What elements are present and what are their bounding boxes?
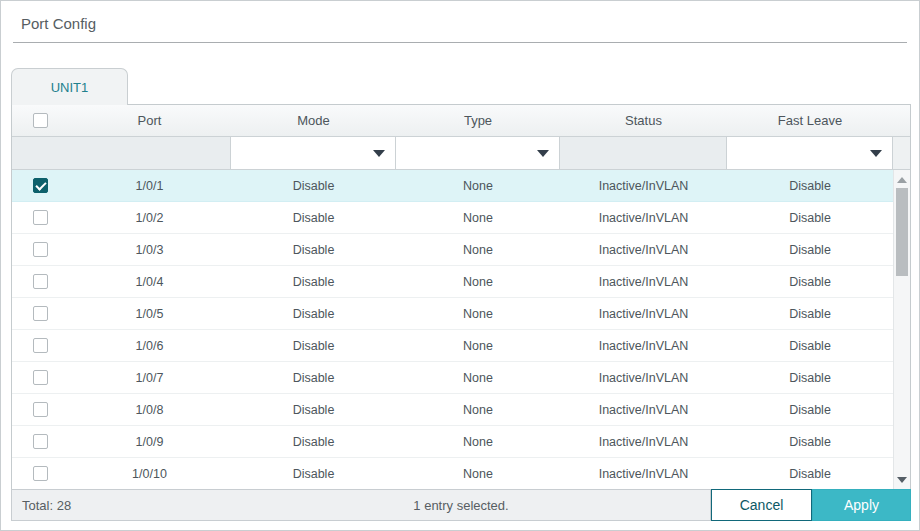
- cell-mode: Disable: [231, 435, 396, 449]
- cell-type: None: [396, 179, 560, 193]
- table-row[interactable]: 1/0/7 Disable None Inactive/InVLAN Disab…: [12, 362, 910, 394]
- table-filter-row: [12, 137, 910, 170]
- status-filter-disabled-input: [560, 137, 727, 169]
- row-checkbox-cell: [12, 338, 68, 353]
- table-footer: Total: 28 1 entry selected. Cancel Apply: [11, 489, 911, 521]
- page-title: Port Config: [21, 15, 96, 32]
- cell-port: 1/0/10: [68, 467, 231, 481]
- scrollbar-thumb[interactable]: [896, 188, 908, 276]
- cell-port: 1/0/5: [68, 307, 231, 321]
- cell-type: None: [396, 275, 560, 289]
- cell-mode: Disable: [231, 179, 396, 193]
- row-checkbox-cell: [12, 242, 68, 257]
- row-checkbox[interactable]: [33, 274, 48, 289]
- cell-port: 1/0/9: [68, 435, 231, 449]
- cell-fast-leave: Disable: [727, 339, 893, 353]
- vertical-scrollbar[interactable]: [893, 170, 910, 490]
- cell-status: Inactive/InVLAN: [560, 403, 727, 417]
- cell-type: None: [396, 371, 560, 385]
- cell-fast-leave: Disable: [727, 435, 893, 449]
- row-checkbox[interactable]: [33, 370, 48, 385]
- cell-type: None: [396, 243, 560, 257]
- cancel-button[interactable]: Cancel: [711, 489, 812, 521]
- chevron-down-icon: [373, 150, 385, 157]
- cell-status: Inactive/InVLAN: [560, 243, 727, 257]
- row-checkbox[interactable]: [33, 338, 48, 353]
- cell-status: Inactive/InVLAN: [560, 307, 727, 321]
- row-checkbox[interactable]: [33, 210, 48, 225]
- cell-type: None: [396, 435, 560, 449]
- row-checkbox-cell: [12, 434, 68, 449]
- column-header-status: Status: [560, 113, 727, 128]
- table-row[interactable]: 1/0/3 Disable None Inactive/InVLAN Disab…: [12, 234, 910, 266]
- select-all-checkbox[interactable]: [33, 113, 48, 128]
- row-checkbox-cell: [12, 402, 68, 417]
- cell-mode: Disable: [231, 339, 396, 353]
- column-header-mode: Mode: [231, 113, 396, 128]
- cell-mode: Disable: [231, 307, 396, 321]
- port-filter-disabled-input: [12, 137, 231, 169]
- header-checkbox-cell: [12, 113, 68, 128]
- cell-fast-leave: Disable: [727, 211, 893, 225]
- port-table: Port Mode Type Status Fast Leave: [11, 104, 911, 491]
- cell-type: None: [396, 467, 560, 481]
- column-header-port: Port: [68, 113, 231, 128]
- cell-port: 1/0/6: [68, 339, 231, 353]
- row-checkbox-cell: [12, 306, 68, 321]
- table-header-row: Port Mode Type Status Fast Leave: [12, 105, 910, 137]
- row-checkbox-cell: [12, 210, 68, 225]
- chevron-down-icon: [870, 150, 882, 157]
- cell-mode: Disable: [231, 467, 396, 481]
- apply-button[interactable]: Apply: [812, 489, 911, 521]
- table-row[interactable]: 1/0/4 Disable None Inactive/InVLAN Disab…: [12, 266, 910, 298]
- row-checkbox-cell: [12, 178, 68, 193]
- fast-leave-filter-dropdown[interactable]: [727, 137, 893, 169]
- cell-port: 1/0/1: [68, 179, 231, 193]
- table-row[interactable]: 1/0/5 Disable None Inactive/InVLAN Disab…: [12, 298, 910, 330]
- cell-type: None: [396, 211, 560, 225]
- table-row[interactable]: 1/0/9 Disable None Inactive/InVLAN Disab…: [12, 426, 910, 458]
- total-count-label: Total: 28: [12, 498, 71, 513]
- cell-fast-leave: Disable: [727, 403, 893, 417]
- table-row[interactable]: 1/0/6 Disable None Inactive/InVLAN Disab…: [12, 330, 910, 362]
- tab-unit1[interactable]: UNIT1: [11, 68, 128, 105]
- table-row[interactable]: 1/0/2 Disable None Inactive/InVLAN Disab…: [12, 202, 910, 234]
- table-body: 1/0/1 Disable None Inactive/InVLAN Disab…: [12, 170, 910, 490]
- cell-status: Inactive/InVLAN: [560, 435, 727, 449]
- row-checkbox[interactable]: [33, 178, 48, 193]
- cell-mode: Disable: [231, 371, 396, 385]
- row-checkbox[interactable]: [33, 306, 48, 321]
- cell-status: Inactive/InVLAN: [560, 211, 727, 225]
- cell-mode: Disable: [231, 403, 396, 417]
- type-filter-dropdown[interactable]: [396, 137, 560, 169]
- column-header-type: Type: [396, 113, 560, 128]
- scroll-up-icon[interactable]: [897, 177, 907, 183]
- row-checkbox-cell: [12, 466, 68, 481]
- cell-fast-leave: Disable: [727, 467, 893, 481]
- table-row[interactable]: 1/0/10 Disable None Inactive/InVLAN Disa…: [12, 458, 910, 490]
- cell-status: Inactive/InVLAN: [560, 179, 727, 193]
- tab-unit1-label: UNIT1: [51, 80, 89, 95]
- row-checkbox-cell: [12, 274, 68, 289]
- footer-info-bar: Total: 28: [11, 489, 711, 521]
- cell-fast-leave: Disable: [727, 179, 893, 193]
- mode-filter-dropdown[interactable]: [231, 137, 396, 169]
- row-checkbox[interactable]: [33, 242, 48, 257]
- cell-mode: Disable: [231, 275, 396, 289]
- table-row[interactable]: 1/0/1 Disable None Inactive/InVLAN Disab…: [12, 170, 910, 202]
- row-checkbox-cell: [12, 370, 68, 385]
- cell-type: None: [396, 307, 560, 321]
- row-checkbox[interactable]: [33, 434, 48, 449]
- filter-scrollbar-spacer: [893, 137, 910, 169]
- cell-fast-leave: Disable: [727, 371, 893, 385]
- chevron-down-icon: [537, 150, 549, 157]
- cell-port: 1/0/2: [68, 211, 231, 225]
- cell-fast-leave: Disable: [727, 275, 893, 289]
- cell-status: Inactive/InVLAN: [560, 339, 727, 353]
- row-checkbox[interactable]: [33, 402, 48, 417]
- scroll-down-icon[interactable]: [897, 477, 907, 483]
- table-row[interactable]: 1/0/8 Disable None Inactive/InVLAN Disab…: [12, 394, 910, 426]
- cell-status: Inactive/InVLAN: [560, 371, 727, 385]
- row-checkbox[interactable]: [33, 466, 48, 481]
- port-config-page: Port Config UNIT1 Port Mode Type Status …: [0, 0, 920, 531]
